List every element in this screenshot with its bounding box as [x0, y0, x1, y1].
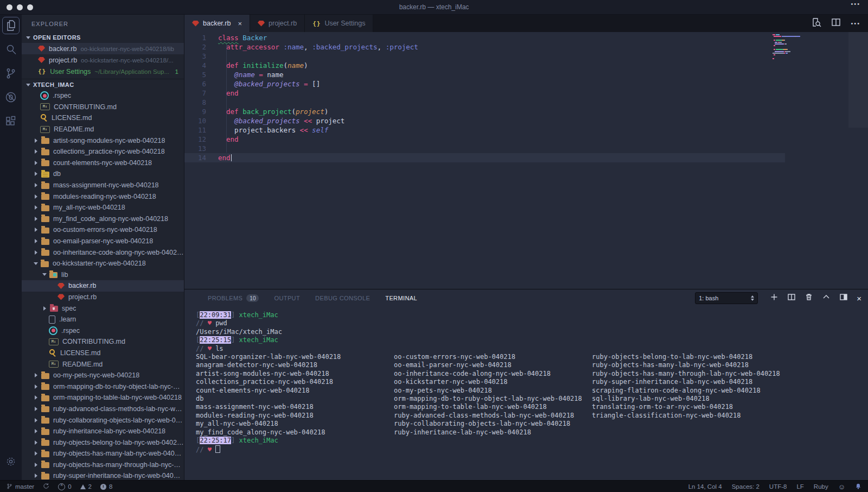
tree-item[interactable]: lib — [22, 269, 184, 281]
tree-item[interactable]: ruby-objects-has-many-lab-nyc-web-040218 — [22, 448, 184, 459]
open-editor-item[interactable]: backer.rboo-kickstarter-nyc-web-040218/l… — [22, 43, 184, 54]
line-number: 7 — [184, 89, 218, 98]
tree-item[interactable]: mass-assignment-nyc-web-040218 — [22, 180, 184, 191]
tree-item[interactable]: oo-inheritance-code-along-nyc-web-040218 — [22, 247, 184, 258]
new-terminal-icon[interactable] — [770, 293, 778, 304]
tree-item[interactable]: M↓CONTRIBUTING.md — [22, 336, 184, 348]
tree-item-label: db — [53, 170, 61, 178]
zoom-window-icon[interactable] — [27, 4, 33, 10]
activity-settings[interactable] — [0, 451, 22, 475]
tree-item[interactable]: ruby-super-inheritance-lab-nyc-web-04021… — [22, 470, 184, 480]
code-line: 5 @name = name — [184, 70, 785, 79]
tree-item[interactable]: artist-song-modules-nyc-web-040218 — [22, 135, 184, 146]
status-lf[interactable]: LF — [796, 483, 803, 490]
tree-item-label: backer.rb — [68, 282, 96, 289]
editor-tab-user-settings[interactable]: {}User Settings — [305, 15, 373, 32]
code-editor[interactable]: 1class Backer2 attr_accessor :name, :bac… — [184, 32, 868, 289]
status-ln-14-col-4[interactable]: Ln 14, Col 4 — [688, 483, 722, 490]
tree-item[interactable]: M↓README.md — [22, 124, 184, 135]
maximize-panel-icon[interactable] — [822, 293, 831, 304]
ruby-icon — [258, 21, 265, 27]
activity-source-control[interactable] — [0, 62, 22, 86]
status-info[interactable]: 8 — [100, 483, 112, 490]
tree-item[interactable]: oo-email-parser-nyc-web-040218 — [22, 236, 184, 247]
find-icon[interactable] — [812, 17, 821, 29]
tree-item[interactable]: db — [22, 168, 184, 180]
tree-item[interactable]: LICENSE.md — [22, 112, 184, 124]
close-panel-icon[interactable]: × — [857, 294, 861, 302]
tree-item-label: ruby-objects-has-many-lab-nyc-web-040218 — [53, 450, 184, 457]
tree-item[interactable]: collections_practice-nyc-web-040218 — [22, 146, 184, 157]
open-editor-item[interactable]: project.rboo-kickstarter-nyc-web-040218/… — [22, 54, 184, 66]
tree-item[interactable]: orm-mapping-to-table-lab-nyc-web-040218 — [22, 392, 184, 403]
status-sync[interactable] — [43, 483, 49, 490]
panel-tab-output[interactable]: OUTPUT — [274, 294, 300, 302]
activity-explorer[interactable] — [0, 15, 22, 39]
feedback-smiley-icon[interactable]: ☺ — [838, 483, 845, 491]
terminal-line: // ♥ pwd — [196, 319, 868, 327]
tree-item[interactable]: ruby-advanced-class-methods-lab-nyc-web-… — [22, 403, 184, 415]
tree-item[interactable]: project.rb — [22, 292, 184, 303]
tree-item[interactable]: LICENSE.md — [22, 348, 184, 359]
tree-item[interactable]: M↓CONTRIBUTING.md — [22, 102, 184, 113]
tree-item[interactable]: .rspec — [22, 325, 184, 336]
tree-item[interactable]: count-elements-nyc-web-040218 — [22, 157, 184, 169]
window-controls[interactable] — [7, 4, 33, 10]
editor-tab-project-rb[interactable]: project.rb — [250, 15, 305, 32]
tree-item[interactable]: .rspec — [22, 90, 184, 102]
tree-item[interactable]: .learn — [22, 314, 184, 325]
activity-debug[interactable] — [0, 86, 22, 110]
tree-item-label: ruby-objects-belong-to-lab-nyc-web-04021… — [53, 439, 184, 446]
close-tab-icon[interactable]: × — [238, 20, 242, 28]
editor-scrollbar[interactable] — [848, 32, 868, 128]
tree-item-label: ruby-collaborating-objects-lab-nyc-web-0… — [53, 417, 184, 424]
minimap[interactable] — [773, 34, 807, 60]
ls-entry: my_find_code_along-nyc-web-040218 — [196, 428, 394, 437]
tree-item-label: artist-song-modules-nyc-web-040218 — [53, 137, 165, 144]
status-spaces-2[interactable]: Spaces: 2 — [732, 483, 760, 490]
ls-entry: triangle-classification-nyc-web-040218 — [592, 412, 780, 420]
tree-item[interactable]: oo-kickstarter-nyc-web-040218 — [22, 258, 184, 269]
more-actions-icon[interactable]: ••• — [851, 1, 860, 7]
folder-icon — [41, 440, 49, 446]
terminal-shell-select[interactable]: 1: bash — [695, 292, 758, 304]
more-editor-actions-icon[interactable]: ••• — [851, 20, 860, 27]
tree-item[interactable]: oo-my-pets-nyc-web-040218 — [22, 370, 184, 381]
tree-item[interactable]: ruby-objects-has-many-through-lab-nyc-we… — [22, 459, 184, 471]
activity-search[interactable] — [0, 39, 22, 62]
tree-item[interactable]: ruby-objects-belong-to-lab-nyc-web-04021… — [22, 437, 184, 448]
tree-item-label: my_all-nyc-web-040218 — [53, 204, 125, 211]
panel-tab-problems[interactable]: PROBLEMS10 — [208, 294, 259, 302]
minimize-window-icon[interactable] — [17, 4, 23, 10]
tree-item[interactable]: backer.rb — [22, 280, 184, 292]
status-error[interactable]: 0 — [58, 483, 71, 490]
tree-item[interactable]: orm-mapping-db-to-ruby-object-lab-nyc-we… — [22, 381, 184, 392]
tree-item[interactable]: my_find_code_along-nyc-web-040218 — [22, 213, 184, 225]
tree-item[interactable]: my_all-nyc-web-040218 — [22, 202, 184, 213]
close-window-icon[interactable] — [7, 4, 12, 10]
panel-tab-debug-console[interactable]: DEBUG CONSOLE — [315, 294, 370, 302]
terminal[interactable]: [22:09:31] xtech_iMac// ♥ pwd/Users/iMac… — [184, 307, 868, 454]
split-terminal-icon[interactable] — [787, 293, 796, 304]
status-warning[interactable]: 2 — [80, 483, 92, 490]
activity-extensions[interactable] — [0, 110, 22, 134]
status-git-branch[interactable]: master — [7, 483, 34, 491]
open-editor-item[interactable]: {}User Settings~/Library/Application Sup… — [22, 66, 184, 77]
workspace-section-header[interactable]: XTECH_IMAC — [22, 79, 184, 90]
panel-layout-icon[interactable] — [839, 293, 848, 304]
editor-tab-backer-rb[interactable]: backer.rb× — [184, 15, 250, 32]
chevron-right-icon — [35, 440, 37, 445]
tree-item[interactable]: modules-reading-nyc-web-040218 — [22, 191, 184, 202]
code-line: 12 end — [184, 135, 785, 144]
open-editors-header[interactable]: OPEN EDITORS — [22, 32, 184, 43]
tree-item[interactable]: oo-custom-errors-nyc-web-040218 — [22, 224, 184, 236]
tree-item[interactable]: spec — [22, 302, 184, 314]
status-ruby[interactable]: Ruby — [814, 483, 828, 490]
tree-item[interactable]: ruby-collaborating-objects-lab-nyc-web-0… — [22, 414, 184, 426]
tree-item[interactable]: ruby-inheritance-lab-nyc-web-040218 — [22, 426, 184, 437]
tree-item[interactable]: M↓README.md — [22, 358, 184, 370]
panel-tab-terminal[interactable]: TERMINAL — [385, 294, 417, 302]
status-utf-8[interactable]: UTF-8 — [769, 483, 787, 490]
kill-terminal-icon[interactable] — [805, 293, 813, 304]
split-editor-icon[interactable] — [831, 17, 841, 29]
